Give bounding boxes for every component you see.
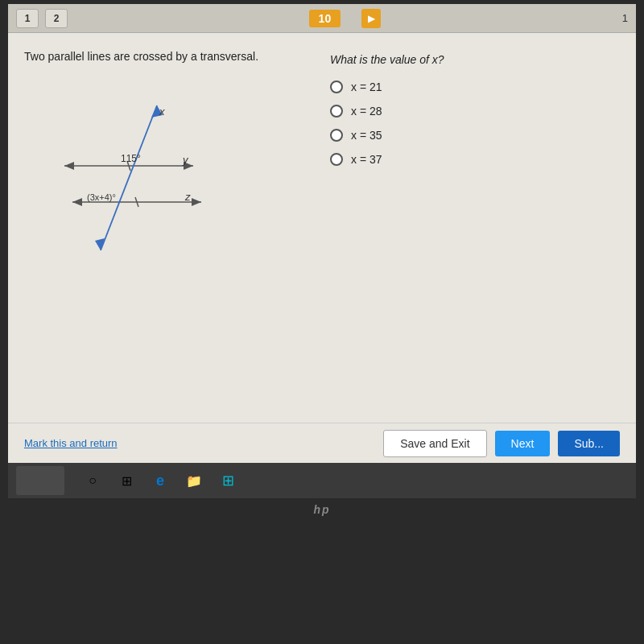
svg-marker-6	[192, 198, 201, 206]
search-icon[interactable]: ○	[80, 469, 105, 493]
svg-marker-1	[64, 162, 74, 170]
bottom-bezel	[0, 521, 644, 644]
mark-link[interactable]: Mark this and return	[24, 437, 118, 449]
choice-c[interactable]: x = 35	[330, 129, 620, 142]
svg-text:z: z	[184, 191, 191, 203]
question-counter: 10	[309, 10, 341, 27]
question-text: What is the value of x?	[330, 53, 620, 66]
right-panel: What is the value of x? x = 21 x = 28 x …	[330, 49, 620, 407]
next-button[interactable]: Next	[495, 431, 551, 456]
left-panel: Two parallel lines are crossed by a tran…	[24, 49, 314, 407]
radio-d[interactable]	[330, 153, 343, 166]
bottom-bar: Mark this and return Save and Exit Next …	[8, 423, 636, 463]
top-bar: 1 2 10 ▶ 1	[8, 4, 636, 33]
screen: 1 2 10 ▶ 1 Two parallel lines are crosse…	[8, 4, 636, 463]
start-area	[16, 466, 64, 495]
edge-icon[interactable]: e	[148, 469, 172, 493]
radio-a[interactable]	[330, 80, 343, 93]
choice-a[interactable]: x = 21	[330, 80, 620, 93]
save-exit-button[interactable]: Save and Exit	[383, 430, 486, 457]
problem-description: Two parallel lines are crossed by a tran…	[24, 49, 314, 65]
store-icon[interactable]: ⊞	[216, 469, 240, 493]
svg-marker-5	[72, 198, 82, 206]
submit-button[interactable]: Sub...	[558, 431, 620, 456]
radio-b[interactable]	[330, 105, 343, 118]
play-button[interactable]: ▶	[361, 9, 381, 28]
taskbar: ○ ⊞ e 📁 ⊞	[8, 463, 636, 498]
svg-text:x: x	[159, 105, 165, 118]
svg-text:115°: 115°	[121, 153, 141, 164]
svg-text:(3x+4)°: (3x+4)°	[87, 192, 116, 202]
radio-c[interactable]	[330, 129, 343, 142]
page-number: 1	[622, 12, 628, 24]
nav-btn-2[interactable]: 2	[45, 9, 68, 28]
task-view-icon[interactable]: ⊞	[114, 469, 138, 493]
hp-logo: hp	[8, 498, 636, 521]
choice-b[interactable]: x = 28	[330, 105, 620, 118]
choice-d-label: x = 37	[351, 153, 382, 166]
diagram: x y z 115° (3x+4)°	[32, 81, 225, 258]
choice-d[interactable]: x = 37	[330, 153, 620, 166]
choice-b-label: x = 28	[351, 105, 382, 118]
nav-btn-1[interactable]: 1	[16, 9, 39, 28]
choice-c-label: x = 35	[351, 129, 382, 142]
choice-a-label: x = 21	[351, 80, 382, 93]
folder-icon[interactable]: 📁	[182, 469, 206, 493]
quiz-area: 1 2 10 ▶ 1 Two parallel lines are crosse…	[8, 4, 636, 463]
main-content: Two parallel lines are crossed by a tran…	[8, 33, 636, 423]
svg-line-8	[101, 105, 157, 250]
